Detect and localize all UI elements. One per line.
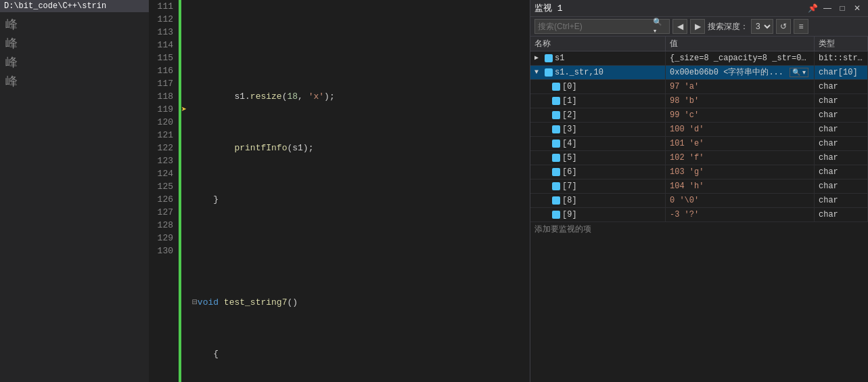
watch-cell-value-idx3: 100 'd' [666,123,815,136]
watch-row-s1[interactable]: ▶ s1 {_size=8 _capacity=8 _str=0x00eb...… [530,51,868,66]
watch-panel-title: 监视 1 [534,2,806,14]
close-panel-button[interactable]: ✕ [850,1,864,15]
watch-cell-value-idx6: 103 'g' [666,165,815,179]
code-line-115 [189,245,530,257]
line-numbers: 111 112 113 114 115 116 117 118 119 120 … [149,0,179,382]
watch-cell-type-idx6: char [815,165,868,179]
options-button[interactable]: ≡ [794,19,808,34]
watch-table: 名称 值 类型 ▶ s1 {_size=8 _capacity=8 _str=0… [530,37,868,382]
watch-row-idx2[interactable]: [2] 99 'c' char [530,108,868,123]
watch-row-idx9[interactable]: [9] -3 '?' char [530,208,868,222]
watch-cell-name-idx0: [0] [530,80,666,93]
watch-name-idx9: [9] [562,209,577,221]
code-line-114: } [189,193,530,206]
code-line-113: printfInfo(s1); [189,142,530,154]
cube-icon-idx3 [552,125,560,133]
watch-cell-value-idx1: 98 'b' [666,94,815,108]
cube-icon-idx0 [552,83,560,91]
watch-cell-name-idx9: [9] [530,208,666,221]
watch-row-idx6[interactable]: [6] 103 'g' char [530,165,868,179]
maximize-button[interactable]: □ [836,1,849,15]
col-value-header: 值 [666,37,815,51]
watch-row-idx8[interactable]: [8] 0 '\0' char [530,194,868,208]
watch-row-s1-str[interactable]: ▼ s1._str,10 0x00eb06b0 <字符串中的... 🔍 ▾ ch… [530,66,868,80]
cube-icon-idx8 [552,196,560,205]
sidebar-icons: 峰 峰 峰 峰 [0,12,149,382]
cube-icon-s1 [545,54,553,62]
editor-content: 111 112 113 114 115 116 117 118 119 120 … [149,0,530,382]
watch-cell-value-s1: {_size=8 _capacity=8 _str=0x00eb... [666,51,815,65]
watch-name-idx1: [1] [562,95,577,107]
cube-icon-s1-str [545,68,553,77]
cube-icon-idx9 [552,211,560,219]
watch-cell-type-s1-str: char[10] [815,66,868,79]
watch-cell-name-idx3: [3] [530,123,666,136]
watch-name-idx4: [4] [562,137,577,150]
watch-cell-value-s1-str: 0x00eb06b0 <字符串中的... 🔍 ▾ [666,66,815,79]
cube-icon-idx1 [552,97,560,105]
watch-cell-value-idx2: 99 'c' [666,108,815,122]
add-watch-row[interactable]: 添加要监视的项 [530,222,868,236]
watch-cell-type-idx8: char [815,194,868,207]
search-icon[interactable]: 🔍▾ [652,18,666,35]
col-type-header: 类型 [815,37,868,51]
col-name-header: 名称 [530,37,666,51]
watch-cell-type-idx0: char [815,80,868,93]
watch-cell-value-idx0: 97 'a' [666,80,815,93]
green-bar [179,0,181,382]
watch-row-idx0[interactable]: [0] 97 'a' char [530,80,868,94]
watch-name-idx2: [2] [562,109,577,121]
code-line-117: { [189,347,530,360]
watch-cell-type-idx3: char [815,123,868,136]
code-line-111 [189,39,530,51]
expand-icon-s1-str[interactable]: ▼ [534,66,543,79]
magnify-button[interactable]: 🔍 ▾ [790,68,808,77]
watch-cell-type-idx1: char [815,94,868,108]
watch-name-idx8: [8] [562,194,577,207]
file-path: D:\bit_code\C++\strin [0,0,149,12]
cube-icon-idx5 [552,154,560,162]
watch-name-idx6: [6] [562,166,577,178]
depth-select[interactable]: 3 1 2 4 5 [751,19,773,34]
watch-cell-type-idx2: char [815,108,868,122]
watch-cell-name-idx8: [8] [530,194,666,207]
watch-name-idx0: [0] [562,81,577,93]
watch-panel-header: 监视 1 📌 — □ ✕ [530,0,868,17]
watch-cell-name-idx5: [5] [530,151,666,165]
search-input[interactable] [538,22,652,31]
sidebar-icon-2: 峰 [0,34,149,53]
code-line-112: s1.resize(18, 'x'); [189,90,530,103]
watch-row-idx7[interactable]: [7] 104 'h' char [530,179,868,194]
code-line-116: ⊟void test_string7() [189,296,530,309]
forward-button[interactable]: ▶ [690,19,705,34]
back-button[interactable]: ◀ [672,19,687,34]
watch-row-idx4[interactable]: [4] 101 'e' char [530,137,868,151]
expand-icon-s1[interactable]: ▶ [534,52,543,64]
refresh-button[interactable]: ↺ [776,19,791,34]
watch-header-icons: 📌 — □ ✕ [806,1,864,15]
cube-icon-idx4 [552,140,560,148]
watch-row-idx5[interactable]: [5] 102 'f' char [530,151,868,165]
cube-icon-idx6 [552,168,560,176]
watch-cell-value-idx4: 101 'e' [666,137,815,150]
cube-icon-idx7 [552,182,560,190]
watch-toolbar: 🔍▾ ◀ ▶ 搜索深度： 3 1 2 4 5 ↺ ≡ [530,17,868,37]
watch-cell-type-idx5: char [815,151,868,165]
watch-name-s1-str: s1._str,10 [555,66,603,79]
watch-table-header: 名称 值 类型 [530,37,868,51]
watch-cell-type-idx9: char [815,208,868,221]
watch-cell-value-idx9: -3 '?' [666,208,815,221]
minimize-button[interactable]: — [821,1,834,15]
sidebar-icon-4: 峰 [0,72,149,91]
watch-row-idx1[interactable]: [1] 98 'b' char [530,94,868,108]
watch-cell-name-s1: ▶ s1 [530,51,666,65]
pin-button[interactable]: 📌 [806,1,819,15]
search-box[interactable]: 🔍▾ [534,19,670,34]
gutter: ➤ [179,0,189,382]
watch-name-idx3: [3] [562,123,577,135]
watch-row-idx3[interactable]: [3] 100 'd' char [530,123,868,137]
sidebar-icon-1: 峰 [0,15,149,34]
watch-name-idx7: [7] [562,180,577,192]
watch-cell-name-idx1: [1] [530,94,666,108]
depth-label: 搜索深度： [708,21,748,33]
